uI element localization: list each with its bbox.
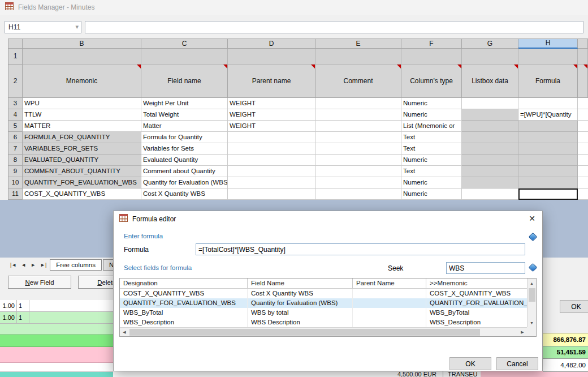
cell-f3[interactable]: Numeric: [401, 98, 462, 109]
cell-c10[interactable]: Quantity for Evaluation (WBS): [141, 177, 228, 188]
row-header-6[interactable]: 6: [8, 132, 23, 143]
dialog-ok-button[interactable]: OK: [449, 357, 491, 370]
window-titlebar[interactable]: Fields Manager - Minutes: [0, 0, 588, 15]
cell-d3[interactable]: WEIGHT: [228, 98, 315, 109]
cell-d10[interactable]: [228, 177, 315, 188]
cell-g9[interactable]: [462, 166, 518, 177]
row-header-1[interactable]: 1: [8, 49, 23, 65]
column-header-f[interactable]: F: [401, 38, 462, 49]
cell-h10[interactable]: [518, 177, 578, 188]
cell-e5[interactable]: [315, 121, 401, 132]
row-header-8[interactable]: 8: [8, 155, 23, 166]
cell-b5[interactable]: MATTER: [23, 121, 141, 132]
cell-partial-4[interactable]: [578, 109, 588, 121]
cell-c11[interactable]: Cost X Quantity WBS: [141, 188, 228, 200]
new-field-button[interactable]: New Field: [8, 276, 71, 289]
close-icon[interactable]: ✕: [529, 214, 535, 223]
cell-b10[interactable]: QUANTITY_FOR_EVALUATION_WBS: [23, 177, 141, 188]
prev-tab-icon[interactable]: ◄: [19, 259, 28, 271]
column-header-e[interactable]: E: [315, 38, 401, 49]
row-header-11[interactable]: 11: [8, 188, 23, 200]
row-header-10[interactable]: 10: [8, 177, 23, 188]
scroll-down-icon[interactable]: ▼: [528, 318, 537, 327]
cell-e6[interactable]: [315, 132, 401, 143]
grid-cell[interactable]: WBS_Description: [426, 318, 527, 327]
field-header-comment[interactable]: Comment: [315, 65, 401, 98]
formula-helper-diamond-icon[interactable]: [529, 233, 538, 242]
cell-partial-1[interactable]: [578, 49, 588, 65]
cell-d9[interactable]: [228, 166, 315, 177]
grid-header-field-name[interactable]: Field Name: [248, 279, 353, 288]
cell-f4[interactable]: Numeric: [401, 109, 462, 121]
first-tab-icon[interactable]: |◄: [8, 259, 19, 271]
dialog-cancel-button[interactable]: Cancel: [496, 357, 538, 370]
row-header-4[interactable]: 4: [8, 109, 23, 121]
column-header-d[interactable]: D: [228, 38, 315, 49]
row-header-9[interactable]: 9: [8, 166, 23, 177]
grid-header-parent-name[interactable]: Parent Name: [353, 279, 426, 288]
cell-d4[interactable]: WEIGHT: [228, 109, 315, 121]
column-header-c[interactable]: C: [141, 38, 228, 49]
grid-cell[interactable]: [353, 298, 426, 308]
cell-b4[interactable]: TTLW: [23, 109, 141, 121]
cell-partial-7[interactable]: [578, 143, 588, 155]
cell-partial-6[interactable]: [578, 132, 588, 143]
cell-c1[interactable]: [141, 49, 228, 65]
cell-b6[interactable]: FORMULA_FOR_QUANTITY: [23, 132, 141, 143]
cell-e10[interactable]: [315, 177, 401, 188]
row-header-3[interactable]: 3: [8, 98, 23, 109]
column-header-h[interactable]: H: [518, 38, 578, 49]
cell-h7[interactable]: [518, 143, 578, 155]
formula-editor-input[interactable]: [196, 243, 525, 255]
cell-d8[interactable]: [228, 155, 315, 166]
seek-input[interactable]: [446, 262, 525, 274]
horizontal-scroll-thumb[interactable]: [129, 329, 480, 336]
chevron-down-icon[interactable]: ▾: [75, 23, 79, 31]
cell-e3[interactable]: [315, 98, 401, 109]
cell-e7[interactable]: [315, 143, 401, 155]
grid-cell[interactable]: [353, 318, 426, 327]
field-header-partial[interactable]: [578, 65, 588, 98]
grid-row[interactable]: QUANTITY_FOR_EVALUATION_WBSQuantity for …: [120, 298, 536, 308]
cell-g8[interactable]: [462, 155, 518, 166]
grid-cell[interactable]: WBS by total: [248, 308, 353, 318]
cell-e4[interactable]: [315, 109, 401, 121]
cell-partial-8[interactable]: [578, 155, 588, 166]
cell-g6[interactable]: [462, 132, 518, 143]
grid-cell[interactable]: WBS_Description: [120, 318, 248, 327]
cell-g4[interactable]: [462, 109, 518, 121]
grid-cell[interactable]: [353, 308, 426, 318]
cell-f10[interactable]: Numeric: [401, 177, 462, 188]
field-header-formula[interactable]: Formula: [518, 65, 578, 98]
next-tab-icon[interactable]: ►: [28, 259, 38, 271]
grid-cell[interactable]: COST_X_QUANTITY_WBS: [426, 289, 527, 298]
cell-d5[interactable]: WEIGHT: [228, 121, 315, 132]
cell-g1[interactable]: [462, 49, 518, 65]
column-header-partial[interactable]: [578, 38, 588, 49]
grid-row[interactable]: COST_X_QUANTITY_WBSCost X Quantity WBSCO…: [120, 289, 536, 298]
cell-c8[interactable]: Evaluated Quantity: [141, 155, 228, 166]
cell-b8[interactable]: EVALUATED_QUANTITY: [23, 155, 141, 166]
cell-f6[interactable]: Text: [401, 132, 462, 143]
cell-f8[interactable]: Numeric: [401, 155, 462, 166]
cell-c9[interactable]: Comment about Quantity: [141, 166, 228, 177]
cell-h6[interactable]: [518, 132, 578, 143]
grid-cell[interactable]: COST_X_QUANTITY_WBS: [120, 289, 248, 298]
cell-f11[interactable]: Numeric: [401, 188, 462, 200]
grid-cell[interactable]: WBS Description: [248, 318, 353, 327]
cell-f7[interactable]: Text: [401, 143, 462, 155]
field-header-parent-name[interactable]: Parent name: [228, 65, 315, 98]
cell-f9[interactable]: Text: [401, 166, 462, 177]
cell-h3[interactable]: [518, 98, 578, 109]
cell-c6[interactable]: Formula for Quantity: [141, 132, 228, 143]
grid-cell[interactable]: [353, 289, 426, 298]
tab-free-columns[interactable]: Free columns: [50, 259, 102, 271]
grid-horizontal-scrollbar[interactable]: ◀ ▶: [120, 327, 527, 336]
row-header-2[interactable]: 2: [8, 65, 23, 98]
cell-f5[interactable]: List (Mnemonic or: [401, 121, 462, 132]
cell-g11[interactable]: [462, 188, 518, 200]
grid-row[interactable]: WBS_DescriptionWBS DescriptionWBS_Descri…: [120, 318, 536, 327]
grid-cell[interactable]: WBS_ByTotal: [426, 308, 527, 318]
cell-partial-5[interactable]: [578, 121, 588, 132]
background-ok-button[interactable]: OK: [560, 300, 588, 313]
